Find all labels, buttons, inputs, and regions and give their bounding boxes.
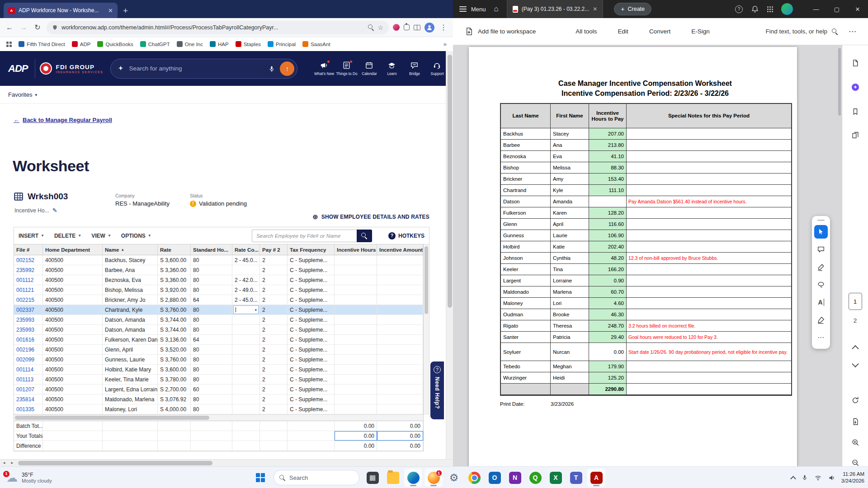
nav-what-s-new[interactable]: What's New xyxy=(314,61,335,76)
nav-things-to-do[interactable]: Things to Do xyxy=(336,61,357,76)
site-info-shield-icon[interactable] xyxy=(52,24,58,31)
bookmarks-icon[interactable] xyxy=(848,104,863,119)
grid-cell[interactable]: 80 xyxy=(191,305,232,314)
bookmark-staples[interactable]: Staples xyxy=(236,41,261,47)
file-number-cell[interactable]: 001616 xyxy=(14,335,43,344)
bookmark-chatgpt[interactable]: ChatGPT xyxy=(140,41,170,47)
file-number-cell[interactable]: 001335 xyxy=(14,404,43,414)
scrollbar-thumb[interactable] xyxy=(838,48,841,116)
apps-grid-icon[interactable] xyxy=(767,6,773,12)
grid-row[interactable]: 002152400500Backhus, StaceyS 3,600.00802… xyxy=(14,255,423,265)
menu-hamburger-icon[interactable] xyxy=(459,6,467,11)
file-number-cell[interactable]: 002337 xyxy=(14,305,43,314)
totals-cell[interactable]: 0.00 xyxy=(335,431,377,441)
grid-row[interactable]: 002196400500Glenn, AprilS 3,520.00802C -… xyxy=(14,345,423,355)
insert-menu-button[interactable]: INSERT▼ xyxy=(19,233,44,239)
page-horizontal-scrollbar[interactable]: ◄ ► xyxy=(0,459,453,466)
grid-row[interactable]: 001121400500Bishop, MelissaS 3,920.00802… xyxy=(14,285,423,295)
zoom-in-icon[interactable] xyxy=(848,435,863,450)
grid-row[interactable]: 001335400500Maloney, LoriS 4,000.00802C … xyxy=(14,404,423,414)
current-page-box[interactable]: 1 xyxy=(849,293,862,310)
grid-row[interactable]: 001616400500Fulkerson, Karen DanzS 3,136… xyxy=(14,335,423,345)
file-number-cell[interactable]: 001112 xyxy=(14,275,43,285)
column-header-home-department[interactable]: Home Department xyxy=(43,244,103,255)
file-number-cell[interactable]: 001113 xyxy=(14,375,43,384)
tab-close-icon[interactable]: ✕ xyxy=(108,7,113,14)
refresh-icon[interactable]: ↻ xyxy=(33,23,42,32)
browser-menu-icon[interactable]: ⋮ xyxy=(439,23,448,32)
file-number-cell[interactable]: 235993 xyxy=(14,325,43,334)
minimize-button[interactable]: — xyxy=(806,0,826,18)
file-number-cell[interactable]: 235992 xyxy=(14,265,43,275)
grid-row[interactable]: 002337400500Chartrand, KyleS 3,760.0080▾… xyxy=(14,305,423,315)
convert-tab[interactable]: Convert xyxy=(649,28,670,35)
weather-widget[interactable]: ☁1 35°F Mostly cloudy xyxy=(3,467,56,488)
add-text-tool[interactable]: A xyxy=(814,296,828,309)
grid-cell[interactable]: Chartrand, Kyle xyxy=(103,305,158,314)
taskbar-settings[interactable]: ⚙ xyxy=(445,469,463,487)
zoom-out-icon[interactable] xyxy=(848,455,863,466)
column-header-rate[interactable]: Rate xyxy=(158,244,191,255)
sign-tool[interactable] xyxy=(814,313,828,327)
grid-cell[interactable] xyxy=(335,305,377,314)
taskbar-excel[interactable]: X xyxy=(547,469,565,487)
taskbar-photos[interactable]: ▦ xyxy=(363,469,382,487)
tab-close-icon[interactable]: ✕ xyxy=(593,6,597,12)
taskbar-edge[interactable] xyxy=(404,469,422,487)
grid-row[interactable]: 235993400500Datson, AmandaS 3,744.00802C… xyxy=(14,325,423,335)
create-button[interactable]: + Create xyxy=(614,3,651,15)
scrollbar-thumb[interactable] xyxy=(15,416,209,420)
apps-grid-icon[interactable] xyxy=(6,42,12,47)
grid-row[interactable]: 001112400500Beznoska, EvaS 3,360.00802 -… xyxy=(14,275,423,285)
column-header-rate-co[interactable]: Rate Co... xyxy=(232,244,260,255)
add-file-button[interactable]: Add file to workspace xyxy=(465,27,536,36)
grid-row[interactable]: 235993400500Datson, AmandaS 3,744.00802C… xyxy=(14,315,423,325)
maximize-button[interactable]: ▢ xyxy=(826,0,847,18)
nav-calendar[interactable]: Calendar xyxy=(359,61,380,76)
grid-row[interactable]: 001114400500Holbird, Katie MaryS 3,600.0… xyxy=(14,365,423,375)
file-number-cell[interactable]: 235993 xyxy=(14,315,43,324)
page-vertical-scrollbar[interactable] xyxy=(446,51,453,459)
forward-icon[interactable]: → xyxy=(19,23,28,32)
split-screen-icon[interactable] xyxy=(414,25,420,30)
nav-learn[interactable]: Learn xyxy=(382,61,402,76)
bookmark-one-inc[interactable]: One Inc xyxy=(177,41,203,47)
document-scrollbar[interactable] xyxy=(837,45,842,466)
taskbar-onenote[interactable]: N xyxy=(506,469,524,487)
edit-tab[interactable]: Edit xyxy=(618,28,628,35)
taskbar-file-explorer[interactable] xyxy=(384,469,402,487)
column-header-incentive-amount[interactable]: Incentive Amount xyxy=(377,244,423,255)
find-tools-search[interactable]: Find text, tools, or help xyxy=(765,28,838,35)
grid-row[interactable]: 002099400500Gunness, LaurieS 3,760.00802… xyxy=(14,355,423,365)
previous-page-icon[interactable] xyxy=(852,345,859,352)
next-page-icon[interactable] xyxy=(852,361,859,368)
file-number-cell[interactable]: 002152 xyxy=(14,255,43,265)
file-number-cell[interactable]: 001121 xyxy=(14,285,43,295)
taskbar-chrome[interactable] xyxy=(465,469,483,487)
edit-pencil-icon[interactable]: ✎ xyxy=(52,207,57,214)
favorite-star-icon[interactable]: ☆ xyxy=(377,24,383,31)
column-header-incentive-hours[interactable]: Incentive Hours xyxy=(335,244,377,255)
organize-pages-icon[interactable] xyxy=(848,127,863,143)
file-number-cell[interactable]: 002215 xyxy=(14,295,43,305)
export-pages-icon[interactable] xyxy=(848,55,863,70)
grid-row[interactable]: 002215400500Brickner, Amy JoS 2,880.0064… xyxy=(14,295,423,305)
highlight-tool[interactable] xyxy=(814,260,828,274)
menu-label[interactable]: Menu xyxy=(471,6,486,13)
grid-cell[interactable]: 2 xyxy=(260,305,288,314)
file-number-cell[interactable]: 002099 xyxy=(14,355,43,364)
select-tool[interactable] xyxy=(814,225,828,239)
view-menu-button[interactable]: VIEW▼ xyxy=(91,233,111,239)
scroll-left-icon[interactable]: ◄ xyxy=(0,461,8,465)
delete-menu-button[interactable]: DELETE▼ xyxy=(54,233,81,239)
column-header-file[interactable]: File # xyxy=(14,244,43,255)
grid-cell[interactable]: 400500 xyxy=(43,305,103,314)
employee-search-button[interactable] xyxy=(357,230,372,242)
nav-support[interactable]: Support xyxy=(427,61,448,76)
clock[interactable]: 11:26 AM 3/24/2026 xyxy=(841,471,864,484)
refresh-icon[interactable] xyxy=(848,393,863,408)
taskbar-outlook[interactable]: O xyxy=(486,469,504,487)
back-to-payroll-link[interactable]: ← Back to Manage Regular Payroll xyxy=(14,117,112,123)
microphone-icon[interactable] xyxy=(268,65,275,72)
wifi-icon[interactable] xyxy=(814,474,822,482)
